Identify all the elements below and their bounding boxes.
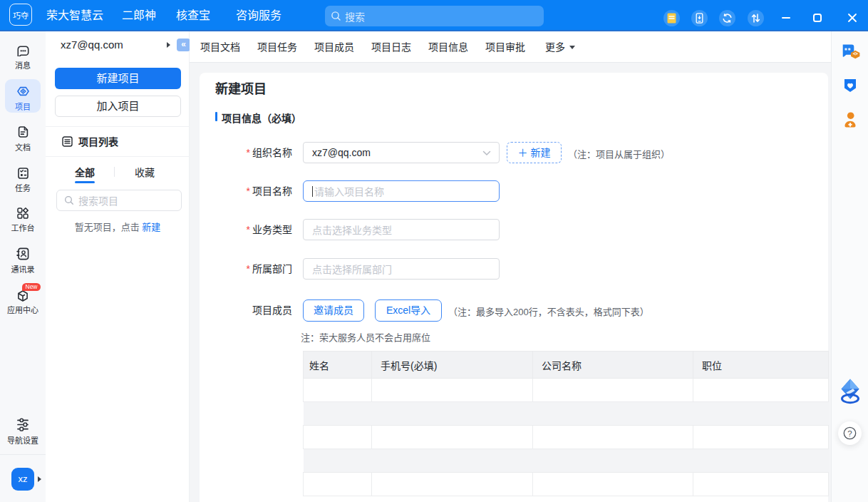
svg-text:?: ? bbox=[847, 429, 852, 438]
